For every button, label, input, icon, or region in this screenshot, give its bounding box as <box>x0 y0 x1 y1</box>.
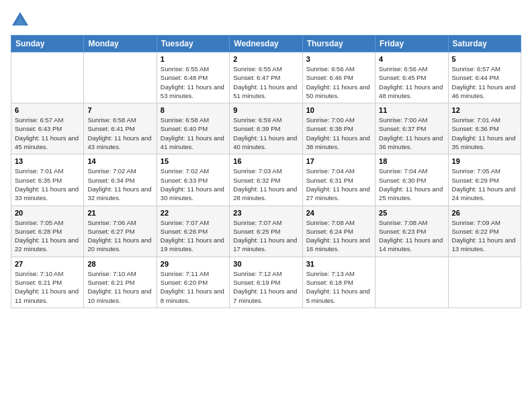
day-info: Sunrise: 6:58 AMSunset: 6:40 PMDaylight:… <box>161 116 226 151</box>
day-number: 12 <box>452 106 517 114</box>
day-number: 27 <box>15 260 80 268</box>
day-info: Sunrise: 7:09 AMSunset: 6:22 PMDaylight:… <box>452 218 517 254</box>
calendar-cell: 29Sunrise: 7:11 AMSunset: 6:20 PMDayligh… <box>157 257 229 308</box>
calendar-cell: 15Sunrise: 7:02 AMSunset: 6:33 PMDayligh… <box>157 154 229 205</box>
calendar-week-row: 13Sunrise: 7:01 AMSunset: 6:35 PMDayligh… <box>11 154 521 205</box>
day-number: 2 <box>233 55 298 63</box>
day-info: Sunrise: 7:00 AMSunset: 6:37 PMDaylight:… <box>379 116 444 151</box>
day-number: 9 <box>233 106 298 114</box>
day-info: Sunrise: 7:10 AMSunset: 6:21 PMDaylight:… <box>87 269 152 305</box>
calendar-week-row: 1Sunrise: 6:55 AMSunset: 6:48 PMDaylight… <box>11 52 521 103</box>
calendar-cell: 11Sunrise: 7:00 AMSunset: 6:37 PMDayligh… <box>375 103 448 154</box>
day-number: 29 <box>161 260 226 268</box>
day-number: 1 <box>161 55 226 63</box>
calendar-cell: 24Sunrise: 7:08 AMSunset: 6:24 PMDayligh… <box>302 205 375 257</box>
day-number: 22 <box>161 209 226 217</box>
calendar-cell: 31Sunrise: 7:13 AMSunset: 6:18 PMDayligh… <box>302 257 375 308</box>
day-info: Sunrise: 6:55 AMSunset: 6:47 PMDaylight:… <box>233 64 298 100</box>
day-of-week-header: Friday <box>375 36 448 52</box>
calendar-cell: 27Sunrise: 7:10 AMSunset: 6:21 PMDayligh… <box>11 257 84 308</box>
day-number: 6 <box>15 106 80 114</box>
day-number: 14 <box>87 157 152 165</box>
calendar-cell: 25Sunrise: 7:08 AMSunset: 6:23 PMDayligh… <box>375 205 448 257</box>
calendar-cell: 17Sunrise: 7:04 AMSunset: 6:31 PMDayligh… <box>302 154 375 205</box>
day-number: 26 <box>452 209 517 217</box>
day-info: Sunrise: 7:11 AMSunset: 6:20 PMDaylight:… <box>161 269 226 305</box>
day-info: Sunrise: 6:59 AMSunset: 6:39 PMDaylight:… <box>233 116 298 151</box>
calendar-cell: 7Sunrise: 6:58 AMSunset: 6:41 PMDaylight… <box>84 103 157 154</box>
day-info: Sunrise: 6:57 AMSunset: 6:44 PMDaylight:… <box>452 64 517 100</box>
day-number: 13 <box>15 157 80 165</box>
day-info: Sunrise: 7:02 AMSunset: 6:33 PMDaylight:… <box>161 167 226 202</box>
calendar-cell: 13Sunrise: 7:01 AMSunset: 6:35 PMDayligh… <box>11 154 84 205</box>
day-number: 30 <box>233 260 298 268</box>
day-info: Sunrise: 7:01 AMSunset: 6:35 PMDaylight:… <box>15 167 80 202</box>
day-info: Sunrise: 7:12 AMSunset: 6:19 PMDaylight:… <box>233 269 298 305</box>
calendar-cell: 16Sunrise: 7:03 AMSunset: 6:32 PMDayligh… <box>230 154 302 205</box>
calendar-cell: 21Sunrise: 7:06 AMSunset: 6:27 PMDayligh… <box>84 205 157 257</box>
calendar-cell: 14Sunrise: 7:02 AMSunset: 6:34 PMDayligh… <box>84 154 157 205</box>
day-info: Sunrise: 7:02 AMSunset: 6:34 PMDaylight:… <box>87 167 152 202</box>
calendar-cell <box>448 257 521 308</box>
calendar-cell: 10Sunrise: 7:00 AMSunset: 6:38 PMDayligh… <box>302 103 375 154</box>
day-info: Sunrise: 7:08 AMSunset: 6:24 PMDaylight:… <box>306 218 371 254</box>
day-number: 18 <box>379 157 444 165</box>
calendar-week-row: 27Sunrise: 7:10 AMSunset: 6:21 PMDayligh… <box>11 257 521 308</box>
day-number: 23 <box>233 209 298 217</box>
day-number: 24 <box>306 209 371 217</box>
calendar-cell: 8Sunrise: 6:58 AMSunset: 6:40 PMDaylight… <box>157 103 229 154</box>
day-info: Sunrise: 7:04 AMSunset: 6:30 PMDaylight:… <box>379 167 444 202</box>
calendar-week-row: 6Sunrise: 6:57 AMSunset: 6:43 PMDaylight… <box>11 103 521 154</box>
calendar-cell: 5Sunrise: 6:57 AMSunset: 6:44 PMDaylight… <box>448 52 521 103</box>
day-info: Sunrise: 7:04 AMSunset: 6:31 PMDaylight:… <box>306 167 371 202</box>
day-number: 31 <box>306 260 371 268</box>
calendar-cell <box>84 52 157 103</box>
day-of-week-header: Saturday <box>448 36 521 52</box>
calendar-cell: 30Sunrise: 7:12 AMSunset: 6:19 PMDayligh… <box>230 257 302 308</box>
day-number: 3 <box>306 55 371 63</box>
day-info: Sunrise: 7:13 AMSunset: 6:18 PMDaylight:… <box>306 269 371 305</box>
logo-icon <box>11 11 30 30</box>
calendar-week-row: 20Sunrise: 7:05 AMSunset: 6:28 PMDayligh… <box>11 205 521 257</box>
calendar-header-row: SundayMondayTuesdayWednesdayThursdayFrid… <box>11 36 521 52</box>
day-number: 17 <box>306 157 371 165</box>
day-info: Sunrise: 6:56 AMSunset: 6:46 PMDaylight:… <box>306 64 371 100</box>
day-number: 20 <box>15 209 80 217</box>
day-number: 15 <box>161 157 226 165</box>
day-info: Sunrise: 7:05 AMSunset: 6:28 PMDaylight:… <box>15 218 80 254</box>
calendar-cell: 22Sunrise: 7:07 AMSunset: 6:26 PMDayligh… <box>157 205 229 257</box>
day-info: Sunrise: 7:05 AMSunset: 6:29 PMDaylight:… <box>452 167 517 202</box>
page-header <box>11 11 521 30</box>
calendar-cell: 19Sunrise: 7:05 AMSunset: 6:29 PMDayligh… <box>448 154 521 205</box>
calendar-cell <box>11 52 84 103</box>
calendar-cell: 3Sunrise: 6:56 AMSunset: 6:46 PMDaylight… <box>302 52 375 103</box>
day-of-week-header: Tuesday <box>157 36 229 52</box>
calendar-cell <box>375 257 448 308</box>
day-info: Sunrise: 7:03 AMSunset: 6:32 PMDaylight:… <box>233 167 298 202</box>
day-info: Sunrise: 7:10 AMSunset: 6:21 PMDaylight:… <box>15 269 80 305</box>
calendar-table: SundayMondayTuesdayWednesdayThursdayFrid… <box>11 35 521 308</box>
day-number: 8 <box>161 106 226 114</box>
day-number: 19 <box>452 157 517 165</box>
day-number: 16 <box>233 157 298 165</box>
day-of-week-header: Sunday <box>11 36 84 52</box>
day-number: 4 <box>379 55 444 63</box>
day-info: Sunrise: 6:55 AMSunset: 6:48 PMDaylight:… <box>161 64 226 100</box>
day-number: 7 <box>87 106 152 114</box>
calendar-cell: 20Sunrise: 7:05 AMSunset: 6:28 PMDayligh… <box>11 205 84 257</box>
calendar-cell: 28Sunrise: 7:10 AMSunset: 6:21 PMDayligh… <box>84 257 157 308</box>
calendar-cell: 2Sunrise: 6:55 AMSunset: 6:47 PMDaylight… <box>230 52 302 103</box>
day-info: Sunrise: 7:08 AMSunset: 6:23 PMDaylight:… <box>379 218 444 254</box>
day-info: Sunrise: 6:56 AMSunset: 6:45 PMDaylight:… <box>379 64 444 100</box>
day-number: 25 <box>379 209 444 217</box>
calendar-cell: 9Sunrise: 6:59 AMSunset: 6:39 PMDaylight… <box>230 103 302 154</box>
day-number: 5 <box>452 55 517 63</box>
day-number: 10 <box>306 106 371 114</box>
day-of-week-header: Monday <box>84 36 157 52</box>
day-info: Sunrise: 7:00 AMSunset: 6:38 PMDaylight:… <box>306 116 371 151</box>
logo <box>11 11 32 30</box>
day-info: Sunrise: 7:07 AMSunset: 6:25 PMDaylight:… <box>233 218 298 254</box>
day-info: Sunrise: 7:06 AMSunset: 6:27 PMDaylight:… <box>87 218 152 254</box>
day-of-week-header: Thursday <box>302 36 375 52</box>
calendar-cell: 12Sunrise: 7:01 AMSunset: 6:36 PMDayligh… <box>448 103 521 154</box>
